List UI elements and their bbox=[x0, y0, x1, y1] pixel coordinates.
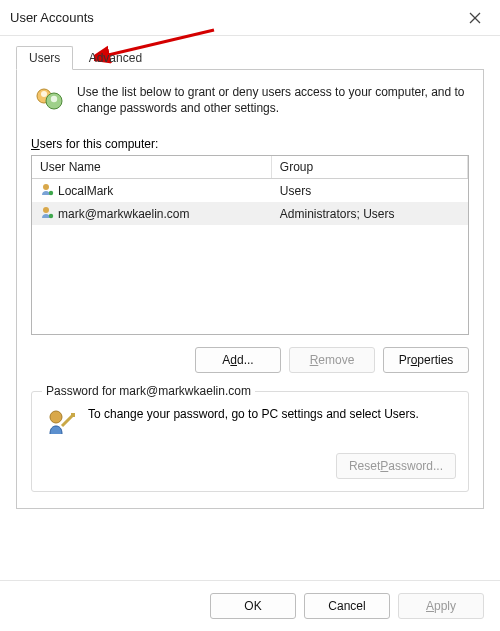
user-icon bbox=[40, 205, 54, 222]
svg-point-10 bbox=[49, 214, 53, 218]
svg-point-5 bbox=[41, 91, 47, 97]
intro-text: Use the list below to grant or deny user… bbox=[77, 84, 469, 123]
listview-header: User Name Group bbox=[32, 156, 468, 179]
svg-point-11 bbox=[50, 411, 62, 423]
user-buttons-row: Add... Remove Properties bbox=[31, 347, 469, 373]
svg-point-6 bbox=[51, 96, 57, 102]
user-name-cell: mark@markwkaelin.com bbox=[58, 207, 190, 221]
tab-users[interactable]: Users bbox=[16, 46, 73, 70]
column-group[interactable]: Group bbox=[272, 156, 468, 178]
users-list-label: Users for this computer: bbox=[31, 137, 469, 151]
svg-point-9 bbox=[43, 207, 49, 213]
properties-button[interactable]: Properties bbox=[383, 347, 469, 373]
user-icon bbox=[40, 182, 54, 199]
cancel-button[interactable]: Cancel bbox=[304, 593, 390, 619]
tab-advanced[interactable]: Advanced bbox=[77, 47, 154, 69]
ok-button[interactable]: OK bbox=[210, 593, 296, 619]
add-button[interactable]: Add... bbox=[195, 347, 281, 373]
svg-point-7 bbox=[43, 184, 49, 190]
column-user-name[interactable]: User Name bbox=[32, 156, 272, 178]
reset-password-button: Reset Password... bbox=[336, 453, 456, 479]
svg-point-8 bbox=[49, 191, 53, 195]
remove-button: Remove bbox=[289, 347, 375, 373]
tab-panel-users: Use the list below to grant or deny user… bbox=[16, 70, 484, 509]
dialog-footer: OK Cancel Apply bbox=[0, 580, 500, 631]
table-row[interactable]: mark@markwkaelin.com Administrators; Use… bbox=[32, 202, 468, 225]
close-icon bbox=[469, 12, 481, 24]
apply-button: Apply bbox=[398, 593, 484, 619]
svg-rect-12 bbox=[71, 413, 75, 417]
tab-strip: Users Advanced bbox=[16, 46, 484, 70]
user-name-cell: LocalMark bbox=[58, 184, 113, 198]
titlebar: User Accounts bbox=[0, 0, 500, 36]
password-group-legend: Password for mark@markwkaelin.com bbox=[42, 384, 255, 398]
user-group-cell: Users bbox=[272, 182, 468, 200]
window-title: User Accounts bbox=[10, 10, 94, 25]
table-row[interactable]: LocalMark Users bbox=[32, 179, 468, 202]
users-listview[interactable]: User Name Group LocalMark Users mark@ma bbox=[31, 155, 469, 335]
password-groupbox: Password for mark@markwkaelin.com To cha… bbox=[31, 391, 469, 492]
password-instruction-text: To change your password, go to PC settin… bbox=[88, 406, 419, 422]
user-group-cell: Administrators; Users bbox=[272, 205, 468, 223]
users-icon bbox=[31, 84, 67, 123]
key-user-icon bbox=[44, 406, 78, 443]
intro-row: Use the list below to grant or deny user… bbox=[31, 84, 469, 123]
close-button[interactable] bbox=[460, 3, 490, 33]
